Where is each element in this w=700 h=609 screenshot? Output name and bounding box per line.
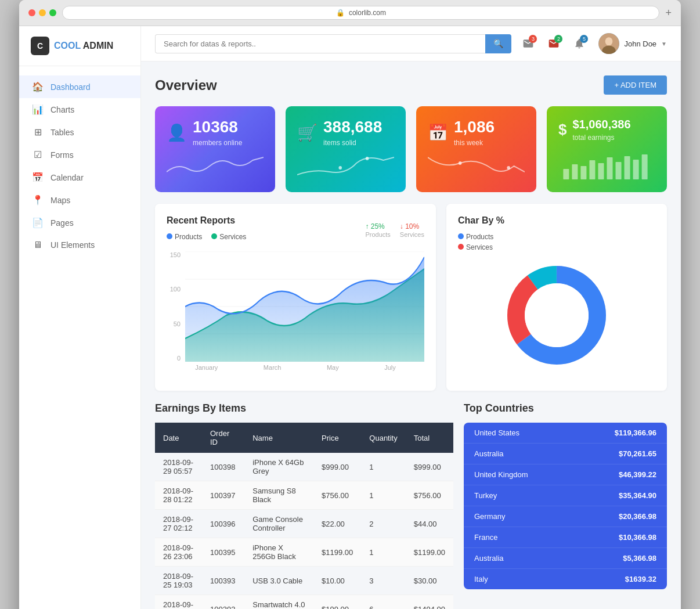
table-cell: 100392	[202, 595, 244, 610]
donut-legend-services: Services	[458, 243, 655, 251]
table-cell: $10.00	[313, 567, 361, 595]
user-menu[interactable]: John Doe ▼	[598, 33, 667, 54]
earnings-number: $1,060,386	[572, 118, 630, 131]
table-cell: 2018-09-25 19:03	[155, 567, 202, 595]
mail2-icon-btn[interactable]: 2	[544, 34, 564, 53]
table-cell: $756.00	[313, 481, 361, 510]
table-cell: USB 3.0 Cable	[244, 567, 313, 595]
stat-card-earnings: $ $1,060,386 total earnings	[547, 106, 667, 192]
stat-top-2: 🛒 388,688 items solid	[297, 118, 394, 147]
notification-icon-btn[interactable]: 5	[569, 34, 589, 53]
sidebar-item-dashboard[interactable]: 🏠 Dashboard	[19, 75, 140, 98]
recent-reports-title: Recent Reports	[167, 215, 246, 226]
notification-badge: 5	[580, 35, 588, 43]
bottom-row: Earnings By Items Date Order ID Name Pri…	[155, 402, 667, 609]
members-chart	[167, 152, 264, 181]
country-value: $10,366.98	[619, 533, 656, 542]
minimize-dot[interactable]	[39, 9, 46, 16]
search-area: 🔍	[155, 34, 511, 53]
add-item-button[interactable]: + ADD ITEM	[604, 75, 667, 95]
table-cell: 2018-09-26 23:06	[155, 538, 202, 567]
country-value: $35,364.90	[619, 491, 656, 500]
table-cell: $44.00	[406, 510, 453, 538]
countries-card: United States$119,366.96Australia$70,261…	[464, 423, 667, 589]
country-value: $5,366.98	[623, 554, 656, 563]
email-badge: 3	[529, 35, 537, 43]
sidebar-item-calendar[interactable]: 📅 Calendar	[19, 166, 140, 189]
table-cell: $1199.00	[313, 538, 361, 567]
country-row: Germany$20,366.98	[464, 506, 667, 527]
area-chart-wrap: 150 100 50 0	[167, 251, 424, 371]
maximize-dot[interactable]	[49, 9, 56, 16]
user-avatar-img	[598, 33, 619, 54]
chart-legend: Products Services	[167, 233, 246, 241]
sidebar-item-ui-elements[interactable]: 🖥 UI Elements	[19, 234, 140, 256]
col-total: Total	[406, 423, 453, 453]
stat-top-1: 👤 10368 members online	[167, 118, 264, 147]
sidebar-item-maps[interactable]: 📍 Maps	[19, 189, 140, 211]
table-cell: $999.00	[406, 453, 453, 481]
sidebar-label-pages: Pages	[50, 218, 74, 228]
sidebar-label-forms: Forms	[50, 150, 74, 160]
char-by-card: Char By % Products Services	[446, 204, 667, 391]
search-button[interactable]: 🔍	[485, 34, 511, 53]
week-chart	[428, 152, 525, 181]
table-cell: Samsung S8 Black	[244, 481, 313, 510]
table-cell: 100393	[202, 567, 244, 595]
country-row: Australia$5,366.98	[464, 548, 667, 569]
sidebar-item-tables[interactable]: ⊞ Tables	[19, 121, 140, 143]
app-wrapper: C COOL ADMIN 🏠 Dashboard 📊 Charts ⊞ Tabl	[19, 26, 681, 609]
search-input[interactable]	[155, 34, 485, 53]
logo-icon: C	[31, 37, 49, 55]
table-cell: $999.00	[313, 453, 361, 481]
sidebar-item-pages[interactable]: 📄 Pages	[19, 211, 140, 234]
country-name: Germany	[474, 512, 505, 521]
country-value: $20,366.98	[619, 512, 656, 521]
earnings-section: Earnings By Items Date Order ID Name Pri…	[155, 402, 453, 609]
table-cell: iPhone X 256Gb Black	[244, 538, 313, 567]
cart-icon: 🛒	[297, 123, 317, 142]
stat-cards-grid: 👤 10368 members online	[155, 106, 667, 192]
table-body: 2018-09-29 05:57100398iPhone X 64Gb Grey…	[155, 453, 453, 609]
earnings-label: total earnings	[572, 134, 630, 142]
services-label: Services	[400, 231, 424, 238]
table-head: Date Order ID Name Price Quantity Total	[155, 423, 453, 453]
logo-cool: COOL	[54, 41, 81, 51]
country-name: Australia	[474, 449, 504, 458]
members-label: members online	[193, 139, 242, 147]
email-icon-btn[interactable]: 3	[518, 34, 538, 53]
up-arrow: ↑ 25%	[365, 222, 384, 230]
x-label-jul: July	[384, 364, 396, 371]
sidebar-label-maps: Maps	[50, 196, 70, 205]
donut-chart-wrap	[458, 251, 655, 379]
country-value: $46,399.22	[619, 470, 656, 479]
table-cell: 100395	[202, 538, 244, 567]
sidebar-item-charts[interactable]: 📊 Charts	[19, 98, 140, 121]
country-name: France	[474, 533, 497, 542]
maps-icon: 📍	[32, 194, 44, 206]
close-dot[interactable]	[28, 9, 35, 16]
stat-card-members: 👤 10368 members online	[155, 106, 275, 192]
sidebar-item-forms[interactable]: ☑ Forms	[19, 143, 140, 166]
chart-legend-row: Recent Reports Products Services ↑ 25% P…	[167, 215, 424, 246]
week-label: this week	[454, 139, 495, 147]
top-countries-title: Top Countries	[464, 402, 667, 415]
table-cell: iPhone X 64Gb Grey	[244, 453, 313, 481]
col-price: Price	[313, 423, 361, 453]
svg-rect-11	[598, 163, 604, 179]
table-cell: 1	[361, 538, 405, 567]
table-row: 2018-09-26 23:06100395iPhone X 256Gb Bla…	[155, 538, 453, 567]
url-bar[interactable]: 🔒 colorlib.com	[62, 6, 659, 20]
y-label-100: 100	[167, 286, 181, 293]
sidebar-label-calendar: Calendar	[50, 173, 84, 182]
logo-admin: ADMIN	[83, 41, 113, 51]
stat-card-items: 🛒 388,688 items solid	[286, 106, 406, 192]
y-axis: 150 100 50 0	[167, 251, 424, 362]
logo-text: COOL ADMIN	[54, 41, 113, 51]
main-content: Overview + ADD ITEM 👤 10368 members onli…	[141, 62, 681, 609]
new-tab-button[interactable]: +	[665, 7, 672, 19]
table-cell: Game Console Controller	[244, 510, 313, 538]
svg-rect-15	[633, 160, 639, 179]
country-name: Italy	[474, 575, 488, 583]
url-text: colorlib.com	[349, 9, 386, 17]
